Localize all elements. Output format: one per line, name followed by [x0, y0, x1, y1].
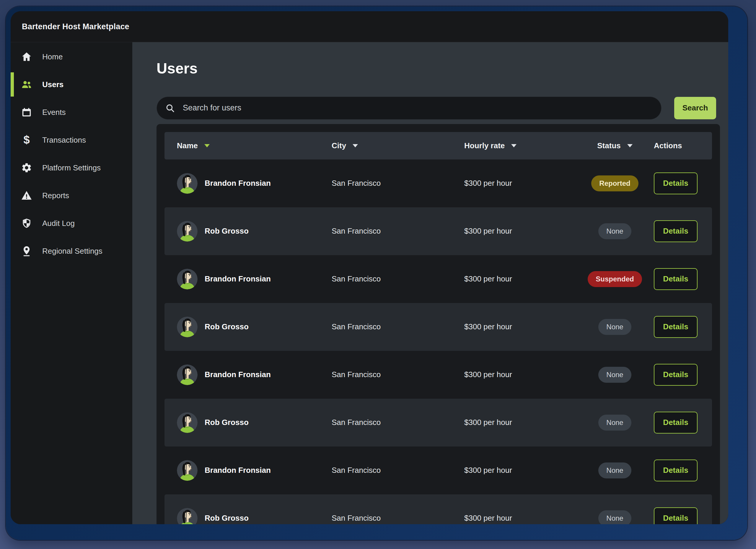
status-badge: None [598, 367, 631, 383]
sort-arrow-icon[interactable] [627, 144, 633, 147]
gear-icon [21, 162, 32, 174]
cell-city: San Francisco [332, 370, 464, 379]
table-row: Rob GrossoSan Francisco$300 per hourNone… [164, 303, 712, 351]
cell-actions: Details [650, 507, 712, 524]
user-name: Rob Grosso [205, 227, 249, 236]
cell-city: San Francisco [332, 274, 464, 284]
table-body: Brandon FronsianSan Francisco$300 per ho… [164, 159, 712, 524]
search-button[interactable]: Search [674, 97, 716, 119]
cell-actions: Details [650, 220, 712, 242]
sidebar-item-platform-settings[interactable]: Platform Settings [11, 154, 132, 182]
warning-icon [21, 190, 32, 201]
user-name: Rob Grosso [205, 418, 249, 427]
cell-city: San Francisco [332, 322, 464, 331]
cell-city: San Francisco [332, 514, 464, 523]
cell-name: Rob Grosso [164, 508, 332, 524]
title-bar: Bartender Host Marketplace [11, 11, 728, 42]
cell-hourly-rate: $300 per hour [464, 322, 579, 331]
cell-actions: Details [650, 412, 712, 434]
sidebar-item-events[interactable]: Events [11, 98, 132, 126]
column-header-hourly-rate[interactable]: Hourly rate [464, 141, 579, 150]
avatar [177, 508, 198, 524]
user-name: Brandon Fronsian [205, 466, 271, 475]
status-badge: Suspended [588, 271, 642, 287]
cell-actions: Details [650, 316, 712, 338]
app-title: Bartender Host Marketplace [22, 22, 129, 31]
sidebar-item-label: Home [42, 52, 63, 61]
cell-hourly-rate: $300 per hour [464, 227, 579, 236]
sidebar-item-label: Users [42, 80, 63, 89]
column-header-name[interactable]: Name [164, 141, 332, 150]
table-row: Brandon FronsianSan Francisco$300 per ho… [164, 447, 712, 494]
details-button[interactable]: Details [654, 364, 698, 386]
cell-hourly-rate: $300 per hour [464, 418, 579, 427]
cell-status: None [579, 319, 650, 335]
sidebar-item-reports[interactable]: Reports [11, 182, 132, 209]
user-name: Brandon Fronsian [205, 179, 271, 188]
home-icon [21, 51, 32, 63]
sidebar-item-label: Audit Log [42, 219, 75, 228]
cell-hourly-rate: $300 per hour [464, 370, 579, 379]
details-button[interactable]: Details [654, 172, 698, 194]
shield-icon [21, 217, 32, 229]
avatar [177, 269, 198, 289]
column-header-city[interactable]: City [332, 141, 464, 150]
status-badge: None [598, 223, 631, 239]
details-button[interactable]: Details [654, 507, 698, 524]
table-row: Brandon FronsianSan Francisco$300 per ho… [164, 255, 712, 303]
table-row: Brandon FronsianSan Francisco$300 per ho… [164, 159, 712, 207]
avatar [177, 460, 198, 481]
sort-arrow-icon[interactable] [353, 144, 358, 147]
avatar [177, 221, 198, 242]
sort-arrow-icon[interactable] [511, 144, 517, 147]
table-row: Rob GrossoSan Francisco$300 per hourNone… [164, 399, 712, 447]
sidebar-item-label: Events [42, 108, 66, 117]
user-name: Brandon Fronsian [205, 370, 271, 379]
column-header-label: Actions [654, 141, 682, 150]
cell-status: Suspended [579, 271, 650, 287]
cell-name: Rob Grosso [164, 221, 332, 242]
details-button[interactable]: Details [654, 460, 698, 481]
status-badge: None [598, 462, 631, 478]
status-badge: Reported [591, 175, 638, 191]
cell-name: Rob Grosso [164, 317, 332, 337]
avatar [177, 173, 198, 194]
sidebar-item-regional-settings[interactable]: Regional Settings [11, 237, 132, 265]
sidebar-item-home[interactable]: Home [11, 43, 132, 71]
sidebar-item-audit-log[interactable]: Audit Log [11, 209, 132, 237]
sidebar: HomeUsersEvents$TransactionsPlatform Set… [11, 42, 132, 524]
details-button[interactable]: Details [654, 268, 698, 290]
sort-arrow-icon[interactable] [204, 144, 210, 147]
details-button[interactable]: Details [654, 316, 698, 338]
column-header-label: Name [177, 141, 198, 150]
cell-actions: Details [650, 364, 712, 386]
search-row: Search [157, 97, 728, 120]
cell-status: None [579, 510, 650, 524]
users-icon [21, 79, 32, 90]
cell-actions: Details [650, 268, 712, 290]
cell-hourly-rate: $300 per hour [464, 514, 579, 523]
cell-status: Reported [579, 175, 650, 191]
cell-city: San Francisco [332, 227, 464, 236]
search-icon [165, 103, 175, 113]
avatar [177, 317, 198, 337]
sidebar-item-label: Regional Settings [42, 247, 102, 256]
column-header-actions: Actions [650, 141, 712, 150]
sidebar-item-transactions[interactable]: $Transactions [11, 126, 132, 154]
table-row: Rob GrossoSan Francisco$300 per hourNone… [164, 494, 712, 524]
table-header-row: NameCityHourly rateStatusActions [164, 132, 712, 159]
cell-status: None [579, 367, 650, 383]
details-button[interactable]: Details [654, 220, 698, 242]
cell-status: None [579, 415, 650, 431]
search-input[interactable] [182, 103, 653, 113]
details-button[interactable]: Details [654, 412, 698, 434]
user-name: Brandon Fronsian [205, 274, 271, 284]
cell-actions: Details [650, 172, 712, 194]
column-header-status[interactable]: Status [579, 141, 650, 150]
search-bar[interactable] [157, 97, 661, 120]
sidebar-item-label: Transactions [42, 136, 86, 145]
users-table: NameCityHourly rateStatusActions Brandon… [157, 124, 720, 524]
sidebar-item-users[interactable]: Users [11, 71, 132, 98]
user-name: Rob Grosso [205, 514, 249, 523]
cell-status: None [579, 462, 650, 478]
